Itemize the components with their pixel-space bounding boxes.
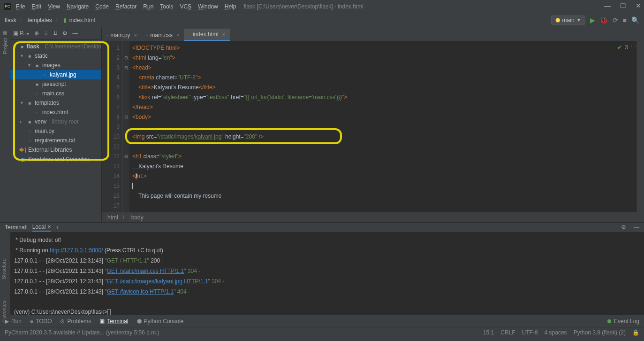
tool-run[interactable]: ▶ Run: [5, 318, 22, 325]
left-tool-gutter: ▦ Project: [0, 27, 10, 222]
tool-problems[interactable]: ⊘ Problems: [60, 318, 91, 325]
close-icon[interactable]: ×: [134, 32, 137, 38]
crumb-html[interactable]: html: [107, 214, 118, 221]
run-button[interactable]: ▶: [590, 16, 595, 24]
check-icon: ✔: [617, 44, 622, 51]
editor-breadcrumb: html 〉 body: [102, 212, 644, 222]
menu-edit[interactable]: Edit: [31, 3, 41, 10]
collapse-icon[interactable]: ⇊: [53, 30, 58, 37]
crumb-file[interactable]: index.html: [69, 17, 95, 23]
close-icon[interactable]: ×: [47, 224, 51, 230]
locate-icon[interactable]: ⊕: [34, 30, 39, 37]
status-bar: PyCharm 2020.3.5 available // Update... …: [0, 327, 644, 337]
status-encoding[interactable]: UTF-8: [522, 329, 538, 336]
run-config-label: main: [562, 17, 575, 23]
menu-window[interactable]: Window: [198, 3, 218, 10]
main-menu: File Edit View Navigate Code Refactor Ru…: [16, 3, 236, 10]
tree-folder-images[interactable]: ▼■images: [10, 61, 101, 70]
minimize-icon[interactable]: —: [604, 2, 611, 9]
terminal-output[interactable]: * Debug mode: off * Running on http://12…: [10, 232, 644, 315]
code-content[interactable]: <!DOCTYPE html> <html lang="en"> <head> …: [129, 41, 636, 212]
tool-terminal[interactable]: ▣ Terminal: [99, 318, 128, 325]
chevron-down-icon[interactable]: ˇ: [635, 45, 636, 50]
code-area[interactable]: ✔ 3 ˆ ˇ 1234567891011121314151617 ⊟⊟⊟⊟ <…: [102, 41, 644, 212]
stop-button[interactable]: ■: [623, 16, 627, 24]
event-log-button[interactable]: Event Log: [607, 318, 639, 325]
breadcrumb: flask 〉 templates 〉 ▮ index.html: [5, 16, 95, 24]
project-tree: ▼■flask C:\Users\never\Deskto ▼■static ▼…: [10, 40, 101, 166]
status-message[interactable]: PyCharm 2020.3.5 available // Update... …: [5, 329, 159, 336]
menu-help[interactable]: Help: [225, 3, 236, 10]
bottom-toolbar: ▶ Run ≡ TODO ⊘ Problems ▣ Terminal ⬢ Pyt…: [0, 315, 644, 327]
close-icon[interactable]: ×: [176, 32, 179, 38]
run-config-selector[interactable]: ⬢ main ▼: [551, 16, 585, 25]
chevron-up-icon[interactable]: ˆ: [631, 45, 632, 50]
title-bar: PC File Edit View Navigate Code Refactor…: [0, 0, 644, 13]
gear-icon[interactable]: ⚙: [621, 224, 626, 231]
menu-navigate[interactable]: Navigate: [67, 3, 89, 10]
favorites-tool-label[interactable]: Favorites: [1, 301, 7, 322]
tree-folder-templates[interactable]: ▼■templates: [10, 98, 101, 108]
tree-folder-static[interactable]: ▼■static: [10, 51, 101, 61]
close-icon[interactable]: ×: [222, 31, 225, 37]
inspection-count: 3: [625, 44, 628, 51]
tree-file-indexhtml[interactable]: ▫index.html: [10, 108, 101, 117]
terminal-tab-local[interactable]: Local×: [32, 224, 51, 232]
status-line-ending[interactable]: CRLF: [500, 329, 515, 336]
terminal-header: Terminal: Local× + ⚙ —: [0, 223, 644, 232]
tree-root[interactable]: ▼■flask C:\Users\never\Deskto: [10, 42, 101, 51]
tool-todo[interactable]: ≡ TODO: [30, 318, 52, 325]
menu-vcs[interactable]: VCS: [180, 3, 191, 10]
hide-icon[interactable]: —: [634, 224, 639, 231]
debug-button[interactable]: 🐞: [600, 16, 608, 24]
tree-folder-venv[interactable]: ▸■venv library root: [10, 117, 101, 126]
tool-python-console[interactable]: ⬢ Python Console: [137, 318, 184, 325]
tree-external-libraries[interactable]: ▸�┇External Libraries: [10, 145, 101, 155]
menu-run[interactable]: Run: [143, 3, 153, 10]
terminal-panel: Terminal: Local× + ⚙ — * Debug mode: off…: [0, 222, 644, 315]
window-title: flask [C:\Users\never\Desktop\flask] - i…: [243, 3, 363, 10]
menu-file[interactable]: File: [16, 3, 25, 10]
maximize-icon[interactable]: ☐: [620, 2, 626, 9]
menu-view[interactable]: View: [48, 3, 60, 10]
editor-pane: ▫main.py× ▫main.css× ▫index.html× ✔ 3 ˆ …: [102, 27, 644, 222]
status-indent[interactable]: 4 spaces: [545, 329, 567, 336]
run-with-coverage-button[interactable]: ⟳: [613, 16, 618, 24]
python-icon: ⬢: [555, 17, 560, 23]
crumb-templates[interactable]: templates: [28, 17, 52, 23]
chevron-right-icon: 〉: [55, 16, 61, 24]
structure-tool-label[interactable]: Structure: [1, 258, 7, 279]
menu-refactor[interactable]: Refactor: [115, 3, 136, 10]
lock-icon[interactable]: 🔒: [632, 329, 639, 336]
menu-tools[interactable]: Tools: [160, 3, 173, 10]
tree-file-maincss[interactable]: ▫main.css: [10, 89, 101, 98]
project-tool-label[interactable]: Project: [2, 38, 8, 54]
project-tool-icon[interactable]: ▦: [3, 30, 7, 35]
editor-tabs: ▫main.py× ▫main.css× ▫index.html×: [102, 27, 644, 41]
menu-code[interactable]: Code: [95, 3, 109, 10]
status-position[interactable]: 15:1: [483, 329, 494, 336]
project-sidebar: ▣ P..▼ ⊕ ≑ ⇊ ⚙ — ▼■flask C:\Users\never\…: [10, 27, 102, 222]
tree-folder-javascript[interactable]: ■javascript: [10, 79, 101, 89]
tree-file-mainpy[interactable]: ▫main.py: [10, 126, 101, 136]
crumb-body[interactable]: body: [131, 214, 144, 221]
app-logo: PC: [4, 3, 11, 10]
tree-scratches[interactable]: ◧Scratches and Consoles: [10, 155, 101, 164]
gear-icon[interactable]: ⚙: [62, 30, 68, 37]
crumb-root[interactable]: flask: [5, 17, 16, 23]
hide-icon[interactable]: —: [72, 30, 78, 37]
expand-icon[interactable]: ≑: [44, 30, 48, 37]
add-terminal-button[interactable]: +: [55, 224, 59, 231]
inspection-widget[interactable]: ✔ 3 ˆ ˇ: [617, 44, 636, 51]
terminal-title: Terminal:: [5, 224, 28, 231]
nav-row: flask 〉 templates 〉 ▮ index.html ⬢ main …: [0, 13, 644, 27]
tab-mainpy[interactable]: ▫main.py×: [102, 30, 142, 41]
tree-file-requirements[interactable]: ▫requirements.txt: [10, 136, 101, 145]
tree-file-kalyani[interactable]: ▫kalyani.jpg: [10, 70, 101, 79]
status-interpreter[interactable]: Python 3.9 (flask) (2): [574, 329, 626, 336]
tab-indexhtml[interactable]: ▫index.html×: [184, 29, 230, 41]
close-icon[interactable]: ✕: [636, 2, 641, 9]
project-view-selector[interactable]: ▣ P..▼: [13, 30, 30, 37]
tab-maincss[interactable]: ▫main.css×: [142, 30, 184, 41]
search-everywhere-icon[interactable]: 🔍: [631, 16, 639, 24]
